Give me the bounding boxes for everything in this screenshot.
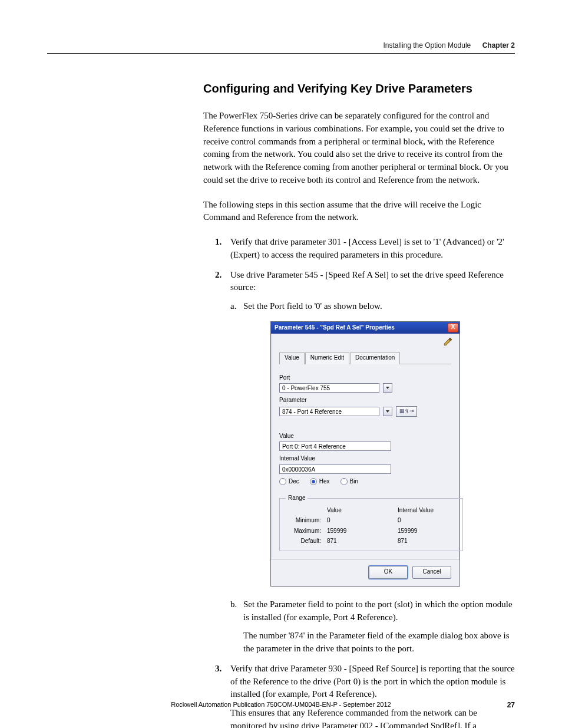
substep-marker: a. xyxy=(230,300,236,313)
radio-hex-label: Hex xyxy=(319,477,330,486)
step-1: Verify that drive parameter 301 - [Acces… xyxy=(215,236,515,262)
range-def-label: Default: xyxy=(286,537,327,546)
radio-icon xyxy=(310,478,317,485)
radio-bin-label: Bin xyxy=(350,477,358,486)
range-legend: Range xyxy=(286,494,308,503)
range-min-ivalue: 0 xyxy=(398,516,457,525)
close-icon: X xyxy=(451,324,455,330)
page-header: Installing the Option Module Chapter 2 xyxy=(47,41,515,58)
range-min-value: 0 xyxy=(327,516,398,525)
picker-icon: ▦↯⇥ xyxy=(399,407,414,415)
header-rule xyxy=(47,53,515,54)
parameter-dropdown-button[interactable] xyxy=(383,407,392,416)
substep-marker: b. xyxy=(230,598,237,611)
internal-value-field[interactable]: 0x0000036A xyxy=(279,465,391,474)
step-2: Use drive Parameter 545 - [Speed Ref A S… xyxy=(215,269,515,655)
radio-bin[interactable]: Bin xyxy=(340,477,358,486)
radio-dec-label: Dec xyxy=(289,477,299,486)
step-2a-text: Set the Port field to '0' as shown below… xyxy=(243,301,382,311)
cancel-button[interactable]: Cancel xyxy=(412,566,451,579)
port-label: Port xyxy=(279,374,451,383)
tab-documentation[interactable]: Documentation xyxy=(350,352,400,364)
intro-paragraph-1: The PowerFlex 750-Series drive can be se… xyxy=(203,110,515,187)
ok-button[interactable]: OK xyxy=(369,566,408,579)
port-select[interactable]: 0 - PowerFlex 755 xyxy=(279,383,379,393)
step-2b-text: Set the Parameter field to point to the … xyxy=(243,599,513,622)
range-def-value: 871 xyxy=(327,537,398,546)
radio-icon xyxy=(340,478,348,485)
range-header-ivalue: Internal Value xyxy=(398,506,457,515)
range-fieldset: Range Value Internal Value Minimum: 0 0 xyxy=(279,494,463,551)
parameter-label: Parameter xyxy=(279,396,451,405)
radio-icon xyxy=(279,478,286,485)
step-2-substeps: a. Set the Port field to '0' as shown be… xyxy=(230,300,515,655)
page-footer: Rockwell Automation Publication 750COM-U… xyxy=(0,701,562,708)
range-def-ivalue: 871 xyxy=(398,537,457,546)
dialog-button-bar: OK Cancel xyxy=(271,559,459,586)
footer-publication: Rockwell Automation Publication 750COM-U… xyxy=(171,701,391,708)
intro-paragraph-2: The following steps in this section assu… xyxy=(203,199,515,225)
dialog-edit-icon[interactable] xyxy=(271,334,459,350)
numbered-steps: Verify that drive parameter 301 - [Acces… xyxy=(215,236,515,728)
port-dropdown-button[interactable] xyxy=(383,383,392,393)
step-3-follow: This ensures that any Reference commande… xyxy=(230,707,515,728)
step-3-text: Verify that drive Parameter 930 - [Speed… xyxy=(230,664,515,699)
range-max-ivalue: 159999 xyxy=(398,527,457,536)
step-2a: a. Set the Port field to '0' as shown be… xyxy=(230,300,515,587)
step-2-text: Use drive Parameter 545 - [Speed Ref A S… xyxy=(230,270,504,292)
step-1-text: Verify that drive parameter 301 - [Acces… xyxy=(230,237,504,259)
main-content: Configuring and Verifying Key Drive Para… xyxy=(203,82,515,728)
step-2b-follow: The number '874' in the Parameter field … xyxy=(243,630,515,655)
dialog-tabs: Value Numeric Edit Documentation xyxy=(279,351,451,364)
dialog-body: Value Numeric Edit Documentation Port 0 … xyxy=(271,349,459,559)
range-header-value: Value xyxy=(327,506,398,515)
value-label: Value xyxy=(279,432,451,441)
internal-value-label: Internal Value xyxy=(279,454,451,463)
dialog-title: Parameter 545 - "Spd Ref A Sel" Properti… xyxy=(275,324,395,332)
header-section-name: Installing the Option Module xyxy=(384,41,471,50)
step-2b: b. Set the Parameter field to point to t… xyxy=(230,598,515,655)
radix-radios: Dec Hex Bin xyxy=(279,477,451,486)
footer-page-number: 27 xyxy=(507,701,515,709)
range-max-value: 159999 xyxy=(327,527,398,536)
radio-hex[interactable]: Hex xyxy=(310,477,330,486)
section-title: Configuring and Verifying Key Drive Para… xyxy=(203,82,515,95)
header-chapter: Chapter 2 xyxy=(482,41,515,50)
parameter-picker-button[interactable]: ▦↯⇥ xyxy=(396,406,417,417)
tab-value[interactable]: Value xyxy=(279,352,305,364)
range-max-label: Maximum: xyxy=(286,527,327,536)
tab-numeric-edit[interactable]: Numeric Edit xyxy=(305,352,349,364)
dialog-titlebar[interactable]: Parameter 545 - "Spd Ref A Sel" Properti… xyxy=(271,322,459,334)
step-3: Verify that drive Parameter 930 - [Speed… xyxy=(215,663,515,728)
radio-dec[interactable]: Dec xyxy=(279,477,299,486)
dialog-close-button[interactable]: X xyxy=(448,323,458,332)
parameter-select[interactable]: 874 - Port 4 Reference xyxy=(279,407,379,416)
parameter-properties-dialog: Parameter 545 - "Spd Ref A Sel" Properti… xyxy=(270,321,460,587)
value-field[interactable]: Port 0: Port 4 Reference xyxy=(279,442,391,451)
pencil-icon xyxy=(443,336,454,347)
range-min-label: Minimum: xyxy=(286,516,327,525)
